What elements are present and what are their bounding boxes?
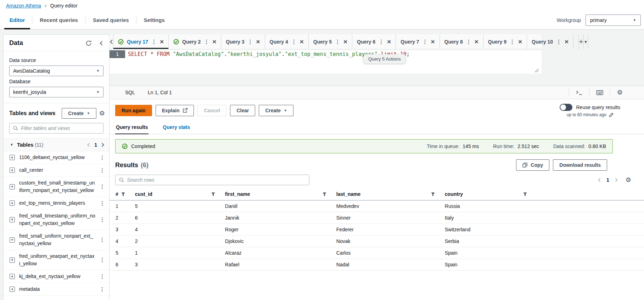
close-tab-icon[interactable]: × [160,38,164,46]
table-list-item[interactable]: +1106_deltaext_nyctaxi_yellow⋮ [4,151,109,164]
tab-query-results[interactable]: Query results [115,121,149,134]
run-again-button[interactable]: Run again [115,105,152,116]
tab-actions-kebab-icon[interactable]: ⋮ [510,39,515,45]
query-tab-query-7[interactable]: Query 7⋮× [396,34,439,49]
tables-filter-input[interactable] [21,125,100,131]
tab-actions-kebab-icon[interactable]: ⋮ [466,39,471,45]
table-actions-kebab-icon[interactable]: ⋮ [100,200,105,206]
sql-editor[interactable]: 1 SELECT * FROM "AwsDataCatalog"."keerth… [110,50,542,74]
next-page-icon[interactable] [615,178,618,182]
keyboard-shortcuts-icon[interactable] [589,88,610,97]
expand-table-icon[interactable]: + [10,155,15,160]
query-tab-query-6[interactable]: Query 6⋮× [352,34,396,49]
tab-actions-kebab-icon[interactable]: ⋮ [247,39,253,45]
edit-pencil-icon[interactable] [609,113,614,117]
column-header-last-name[interactable]: last_name [331,189,440,200]
nav-tab-settings[interactable]: Settings [136,11,172,29]
tables-page-number[interactable]: 1 [94,142,97,148]
new-query-tab-button[interactable]: + [578,34,583,49]
next-page-icon[interactable] [101,143,104,147]
close-tab-icon[interactable]: × [343,38,347,46]
tab-actions-kebab-icon[interactable]: ⋮ [379,39,384,45]
tab-actions-kebab-icon[interactable]: ⋮ [151,39,157,45]
tab-actions-kebab-icon[interactable]: ⋮ [422,39,427,45]
reuse-results-toggle[interactable] [560,104,572,111]
data-source-select[interactable]: AwsDataCatalog ▼ [9,66,103,76]
column-header-cust-id[interactable]: cust_id [130,189,220,200]
editor-resize-handle[interactable] [534,68,539,73]
clear-button[interactable]: Clear [230,105,255,116]
table-list-item[interactable]: +custom_fred_small_timestamp_uniform_non… [4,177,109,197]
query-tab-query-10[interactable]: Query 10⋮× [527,34,573,49]
database-select[interactable]: keerthi_josyula ▼ [9,87,103,97]
column-header-country[interactable]: country [440,189,532,200]
query-tab-query-9[interactable]: Query 9⋮× [483,34,527,49]
results-settings-gear-icon[interactable]: ⚙ [626,176,631,184]
previous-page-icon[interactable] [87,143,90,147]
close-tab-icon[interactable]: × [518,38,522,46]
table-actions-kebab-icon[interactable]: ⋮ [100,237,105,243]
table-list-item[interactable]: +fred_uniform_yearpart_ext_nyctaxi_yello… [4,250,109,270]
query-tab-query-5[interactable]: Query 5⋮× [308,34,352,49]
query-tab-query-4[interactable]: Query 4⋮× [265,34,308,49]
table-list-item[interactable]: +call_center⋮ [4,164,109,177]
close-tab-icon[interactable]: × [300,38,304,46]
explain-button[interactable]: Explain [156,105,194,116]
query-tab-query-2[interactable]: Query 2⋮× [168,34,221,49]
close-tab-icon[interactable]: × [212,38,216,46]
close-tab-icon[interactable]: × [387,38,391,46]
nav-tab-saved-queries[interactable]: Saved queries [85,11,136,29]
expand-table-icon[interactable]: + [10,287,15,292]
scroll-tabs-left-icon[interactable] [110,34,113,49]
tab-actions-kebab-icon[interactable]: ⋮ [556,39,561,45]
expand-table-icon[interactable]: + [10,168,15,173]
results-page-number[interactable]: 1 [606,177,609,183]
table-actions-kebab-icon[interactable]: ⋮ [100,216,105,223]
close-tab-icon[interactable]: × [475,38,478,46]
search-rows-input[interactable] [127,177,306,183]
tab-query-stats[interactable]: Query stats [162,121,191,134]
query-tab-query-3[interactable]: Query 3⋮× [221,34,264,49]
expand-table-icon[interactable]: + [10,184,15,189]
tab-actions-kebab-icon[interactable]: ⋮ [204,39,209,45]
nav-tab-editor[interactable]: Editor [2,11,32,29]
tables-settings-gear-icon[interactable]: ⚙ [99,110,105,117]
query-tab-query-8[interactable]: Query 8⋮× [439,34,483,49]
table-actions-kebab-icon[interactable]: ⋮ [100,154,105,161]
table-list-item[interactable]: +metadata⋮ [4,283,109,296]
table-list-item[interactable]: +ext_top_mens_tennis_players⋮ [4,197,109,210]
column-header-row-number[interactable]: # [110,189,130,200]
expand-table-icon[interactable]: + [10,217,15,222]
format-query-icon[interactable] [569,88,589,97]
table-list-item[interactable]: +fred_small_timestamp_uniform_nonpart_ex… [4,210,109,230]
expand-table-icon[interactable]: + [10,257,15,263]
tab-actions-kebab-icon[interactable]: ⋮ [335,39,340,45]
nav-tab-recent-queries[interactable]: Recent queries [32,11,85,29]
download-results-button[interactable]: Download results [553,159,607,171]
table-actions-kebab-icon[interactable]: ⋮ [100,286,105,293]
collapse-panel-icon[interactable] [99,41,103,46]
close-tab-icon[interactable]: × [256,38,260,46]
table-list-item[interactable]: +fred_small_uniform_nonpart_ext_nyctaxi_… [4,230,109,250]
table-actions-kebab-icon[interactable]: ⋮ [100,183,105,190]
breadcrumb-link-amazon-athena[interactable]: Amazon Athena [6,3,41,9]
query-tab-query-17[interactable]: Query 17⋮× [113,34,168,49]
collapse-section-caret-icon[interactable]: ▼ [10,143,13,147]
copy-button[interactable]: Copy [516,159,549,171]
editor-settings-gear-icon[interactable]: ⚙ [610,88,623,97]
tab-actions-kebab-icon[interactable]: ⋮ [291,39,297,45]
table-list-item[interactable]: +kj_delta_ext_nyctaxi_yellow⋮ [4,270,109,283]
table-actions-kebab-icon[interactable]: ⋮ [100,273,105,280]
previous-page-icon[interactable] [598,178,601,182]
tab-overflow-menu-button[interactable]: ▼ [583,34,588,49]
create-table-button[interactable]: Create ▼ [62,108,96,119]
expand-table-icon[interactable]: + [10,274,15,279]
close-tab-icon[interactable]: × [431,38,435,46]
column-header-first-name[interactable]: first_name [220,189,331,200]
table-actions-kebab-icon[interactable]: ⋮ [100,167,105,174]
refresh-icon[interactable] [85,40,92,46]
expand-table-icon[interactable]: + [10,200,15,206]
table-actions-kebab-icon[interactable]: ⋮ [100,257,105,263]
workgroup-select[interactable]: primary ▼ [586,15,641,26]
expand-table-icon[interactable]: + [10,237,15,243]
